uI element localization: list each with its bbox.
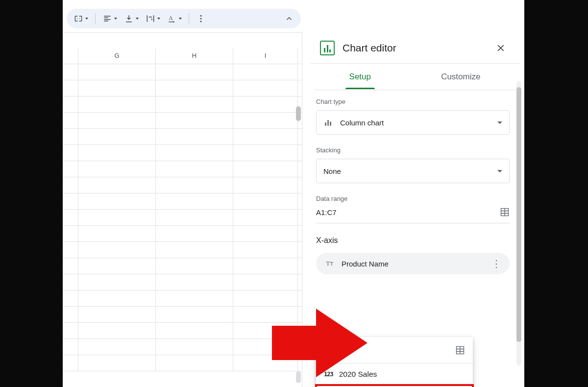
chevron-down-icon <box>497 121 502 124</box>
scrollbar-thumb[interactable] <box>296 371 301 383</box>
merge-cells-button[interactable] <box>74 14 88 24</box>
series-dropdown: 123 2020 Sales 123 2021 Sales <box>316 337 473 387</box>
svg-rect-6 <box>330 121 331 125</box>
row-gutter-header <box>63 48 78 64</box>
column-header[interactable]: H <box>156 48 233 64</box>
horizontal-align-button[interactable] <box>102 14 117 24</box>
scrollbar-thumb[interactable] <box>516 87 521 342</box>
svg-point-1 <box>200 15 202 17</box>
svg-point-3 <box>200 21 202 22</box>
text-type-icon: Tᴛ <box>325 259 335 268</box>
merge-icon <box>74 14 83 24</box>
text-wrap-button[interactable] <box>146 14 160 24</box>
separator <box>189 13 189 24</box>
search-icon <box>324 345 335 356</box>
stacking-label: Stacking <box>316 146 510 154</box>
panel-title: Chart editor <box>343 42 396 54</box>
xaxis-field-value: Product Name <box>342 260 389 268</box>
chart-editor-icon <box>320 41 335 55</box>
grid-body[interactable] <box>63 64 302 371</box>
panel-scrollbar[interactable] <box>516 81 521 365</box>
scrollbar-thumb[interactable] <box>296 106 301 121</box>
toolbar: A <box>63 0 524 32</box>
chart-type-label: Chart type <box>316 98 510 105</box>
chart-editor-panel: Chart editor Setup Customize Chart type … <box>302 32 524 387</box>
xaxis-field-chip[interactable]: Tᴛ Product Name ⋮ <box>316 253 510 274</box>
align-left-icon <box>102 14 112 24</box>
column-headers: G H I <box>63 48 302 64</box>
data-range-field[interactable]: A1:C7 <box>316 207 510 223</box>
series-option-2021[interactable]: 123 2021 Sales <box>316 385 473 387</box>
xaxis-section-label: X-axis <box>316 236 510 245</box>
tab-setup[interactable]: Setup <box>345 65 375 89</box>
grid-icon[interactable] <box>500 207 510 217</box>
close-button[interactable] <box>495 42 507 54</box>
wrap-icon <box>146 14 155 24</box>
text-rotation-button[interactable]: A <box>167 14 182 24</box>
svg-rect-4 <box>325 122 326 126</box>
more-vert-icon <box>196 14 206 24</box>
panel-tabs: Setup Customize <box>314 64 515 90</box>
number-type-icon: 123 <box>324 371 333 378</box>
close-icon <box>496 43 506 53</box>
main-area: G H I <box>63 32 524 387</box>
align-bottom-icon <box>124 14 134 24</box>
series-option-label: 2020 Sales <box>339 370 377 379</box>
toolbar-pill: A <box>67 9 301 28</box>
chart-type-value: Column chart <box>340 119 384 127</box>
svg-rect-5 <box>327 120 329 126</box>
xaxis-more-button[interactable]: ⋮ <box>491 258 501 269</box>
column-chart-icon <box>323 118 333 127</box>
svg-text:A: A <box>169 15 173 22</box>
panel-header: Chart editor <box>310 32 519 64</box>
data-range-value: A1:C7 <box>316 208 337 217</box>
column-header[interactable]: I <box>233 48 298 64</box>
collapse-toolbar-button[interactable] <box>284 14 294 24</box>
spreadsheet-grid[interactable]: G H I <box>63 32 302 387</box>
svg-text:Tᴛ: Tᴛ <box>326 260 334 267</box>
more-button[interactable] <box>196 14 206 24</box>
data-range-label: Data range <box>316 195 510 202</box>
tab-customize[interactable]: Customize <box>437 65 484 89</box>
svg-point-2 <box>200 18 202 20</box>
stacking-select[interactable]: None <box>316 159 510 183</box>
separator <box>95 13 96 24</box>
stacking-value: None <box>323 167 341 175</box>
column-header[interactable]: G <box>78 48 156 64</box>
rotation-icon: A <box>167 14 177 24</box>
chevron-up-icon <box>285 14 294 23</box>
app-frame: A G H I <box>63 0 524 387</box>
chevron-down-icon <box>497 170 502 172</box>
panel-body: Chart type Column chart Stacking None Da… <box>305 90 524 387</box>
chart-type-select[interactable]: Column chart <box>316 110 510 135</box>
vertical-align-button[interactable] <box>124 14 139 24</box>
svg-point-9 <box>326 346 331 352</box>
series-search-row[interactable] <box>316 337 473 363</box>
series-option-2020[interactable]: 123 2020 Sales <box>316 363 473 385</box>
grid-icon[interactable] <box>455 345 465 355</box>
